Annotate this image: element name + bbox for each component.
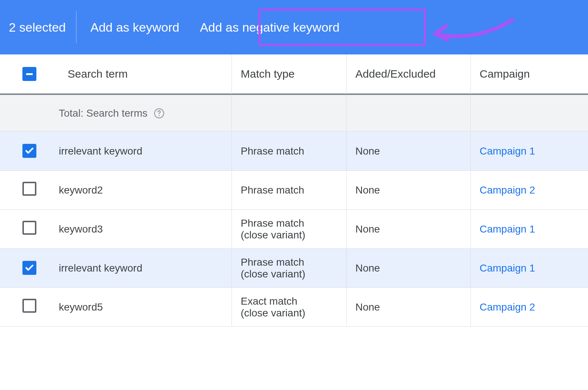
divider <box>76 11 76 43</box>
campaign-link[interactable]: Campaign 1 <box>480 262 535 274</box>
campaign-link[interactable]: Campaign 1 <box>480 145 535 157</box>
cell-search-term: irrelevant keyword <box>59 249 232 288</box>
table-row: irrelevant keyword Phrase match (close v… <box>0 249 588 288</box>
help-icon[interactable] <box>153 107 165 119</box>
cell-match-type: Phrase match (close variant) <box>232 249 346 288</box>
cell-added: None <box>346 132 470 171</box>
column-header-search-term[interactable]: Search term <box>59 54 232 95</box>
row-checkbox[interactable] <box>22 144 36 158</box>
cell-match-type: Phrase match <box>232 132 346 171</box>
cell-added: None <box>346 249 470 288</box>
cell-search-term: keyword2 <box>59 171 232 210</box>
cell-match-type: Exact match (close variant) <box>232 288 346 327</box>
table-header-row: Search term Match type Added/Excluded Ca… <box>0 54 588 95</box>
cell-added: None <box>346 210 470 249</box>
svg-point-2 <box>159 115 160 116</box>
table-row: keyword5 Exact match (close variant) Non… <box>0 288 588 327</box>
cell-search-term: keyword3 <box>59 210 232 249</box>
cell-search-term: keyword5 <box>59 288 232 327</box>
column-header-added-excluded[interactable]: Added/Excluded <box>346 54 470 95</box>
add-as-negative-keyword-button[interactable]: Add as negative keyword <box>190 14 350 41</box>
select-all-checkbox[interactable] <box>22 67 36 81</box>
summary-label: Total: Search terms <box>59 107 147 119</box>
selection-action-bar: 2 selected Add as keyword Add as negativ… <box>0 0 588 54</box>
search-terms-table: Search term Match type Added/Excluded Ca… <box>0 54 588 327</box>
annotation-arrow-icon <box>428 17 516 48</box>
cell-added: None <box>346 288 470 327</box>
cell-match-type: Phrase match <box>232 171 346 210</box>
svg-rect-0 <box>26 73 33 75</box>
campaign-link[interactable]: Campaign 2 <box>480 301 535 313</box>
table-row: keyword2 Phrase match None Campaign 2 <box>0 171 588 210</box>
row-checkbox[interactable] <box>22 182 36 196</box>
row-checkbox[interactable] <box>22 221 36 235</box>
add-as-keyword-button[interactable]: Add as keyword <box>80 14 190 41</box>
column-header-campaign[interactable]: Campaign <box>470 54 588 95</box>
campaign-link[interactable]: Campaign 2 <box>480 184 535 196</box>
campaign-link[interactable]: Campaign 1 <box>480 223 535 235</box>
row-checkbox[interactable] <box>22 299 36 313</box>
row-checkbox[interactable] <box>22 261 36 275</box>
selected-count-label: 2 selected <box>9 20 76 35</box>
table-row: irrelevant keyword Phrase match None Cam… <box>0 132 588 171</box>
cell-match-type: Phrase match (close variant) <box>232 210 346 249</box>
summary-row: Total: Search terms <box>0 95 588 132</box>
cell-added: None <box>346 171 470 210</box>
column-header-match-type[interactable]: Match type <box>232 54 346 95</box>
table-row: keyword3 Phrase match (close variant) No… <box>0 210 588 249</box>
cell-search-term: irrelevant keyword <box>59 132 232 171</box>
